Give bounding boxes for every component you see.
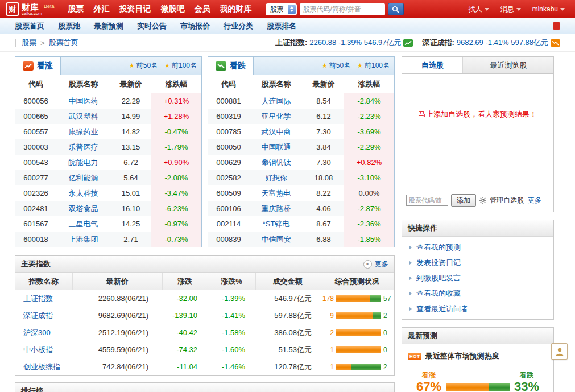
topnav-item[interactable]: 会员 — [195, 4, 210, 14]
stock-name-link[interactable]: 武汉中商 — [249, 124, 303, 139]
stock-price: 6.12 — [303, 109, 344, 124]
search-input[interactable] — [300, 3, 385, 15]
stock-name-link[interactable]: 武汉塑料 — [56, 109, 110, 124]
sh-index-ticker[interactable]: 上证指数: 2260.88 -1.39% 546.97亿元 — [275, 38, 413, 48]
subnav-item[interactable]: 实时公告 — [137, 21, 167, 31]
stock-name-link[interactable]: 亿利能源 — [56, 170, 110, 185]
subnav-item[interactable]: 股票池 — [58, 21, 80, 31]
gear-icon — [479, 196, 487, 204]
bearish-top50-link[interactable]: ★前50名 — [322, 61, 350, 71]
stock-name-link[interactable]: 亚星化学 — [249, 109, 303, 124]
major-indices-header: 主要指数 ▸ 更多 — [15, 256, 394, 273]
quick-action-item[interactable]: 查看最近访问者 — [409, 301, 547, 316]
breadcrumb-current[interactable]: 股票首页 — [49, 38, 78, 48]
index-row: 深证成指9682.69(06/21)-139.10-1.41%597.88亿元9… — [15, 307, 394, 324]
subnav-item[interactable]: 行业分类 — [224, 21, 253, 31]
index-name-link[interactable]: 中小板指 — [15, 341, 72, 358]
stock-name-link[interactable]: 乐普医疗 — [56, 139, 110, 155]
topnav-item[interactable]: 外汇 — [94, 4, 110, 14]
stock-name-link[interactable]: 永太科技 — [56, 185, 110, 201]
column-header: 代码 — [208, 75, 249, 93]
breadcrumb-section[interactable]: 股票 — [22, 38, 36, 48]
bull-count: 2 — [320, 329, 334, 337]
topnav-item[interactable]: 投资日记 — [119, 4, 151, 14]
hot-icon: HOT — [408, 353, 421, 360]
table-header-row: 代码股票名称最新价涨跌幅 — [208, 75, 394, 93]
stock-price: 14.99 — [110, 109, 151, 124]
breadcrumb-separator: > — [40, 39, 45, 47]
watchlist-more-link[interactable]: 更多 — [528, 196, 541, 205]
add-stock-input[interactable] — [406, 195, 448, 206]
bullish-top50-link[interactable]: ★前50名 — [129, 61, 158, 71]
stock-code: 600018 — [15, 232, 56, 247]
index-name-link[interactable]: 深证成指 — [15, 307, 72, 324]
stock-name-link[interactable]: 上港集团 — [56, 232, 110, 247]
search-button[interactable] — [388, 3, 404, 15]
stock-name-link[interactable]: 攀钢钒钛 — [249, 155, 303, 170]
topnav-item[interactable]: 股票 — [68, 4, 84, 14]
stock-name-link[interactable]: 双塔食品 — [56, 201, 110, 216]
stock-code: 000665 — [15, 109, 56, 124]
index-name-link[interactable]: 上证指数 — [15, 290, 72, 307]
bull-count: 1 — [320, 346, 334, 354]
stock-name-link[interactable]: 皖能电力 — [56, 155, 110, 170]
search-category-select[interactable]: 股票 — [266, 3, 297, 15]
tab-bullish[interactable]: 看涨 — [15, 57, 61, 75]
index-name-link[interactable]: 沪深300 — [15, 324, 72, 341]
subnav-item[interactable]: 股票排名 — [267, 21, 296, 31]
stock-row: 600277亿利能源5.64-2.08% — [15, 170, 201, 185]
quick-action-item[interactable]: 查看我的收藏 — [409, 286, 547, 301]
column-header: 最新价 — [110, 75, 151, 93]
stock-name-link[interactable]: 中信国安 — [249, 232, 303, 247]
column-header: 综合预测状况 — [320, 273, 394, 290]
stock-change: -6.23% — [151, 201, 201, 216]
floating-feedback-button[interactable] — [551, 343, 568, 360]
bull-bar-segment — [336, 312, 373, 319]
stock-change: -2.36% — [344, 216, 394, 232]
messages-menu[interactable]: 消息 — [500, 5, 521, 14]
sz-index-ticker[interactable]: 深证成指: 9682.69 -1.41% 597.88亿元 — [422, 38, 560, 48]
stock-name-link[interactable]: 天富热电 — [249, 185, 303, 201]
stock-name-link[interactable]: 中国联通 — [249, 139, 303, 155]
minkabu-menu[interactable]: minkabu — [532, 5, 565, 13]
stock-name-link[interactable]: 好想你 — [249, 170, 303, 185]
stock-name-link[interactable]: 康缘药业 — [56, 124, 110, 139]
subnav-item[interactable]: 股票首页 — [15, 21, 44, 31]
topnav-item[interactable]: 我的财库 — [220, 4, 252, 14]
topnav-item[interactable]: 微股吧 — [161, 4, 185, 14]
prediction-bar-group: 10 — [320, 346, 394, 354]
index-change: -11.04 — [162, 358, 208, 376]
stock-change: -0.47% — [151, 124, 201, 139]
arrow-bullet-icon — [409, 307, 412, 311]
stock-name-link[interactable]: 大连国际 — [249, 93, 303, 109]
index-volume: 51.53亿元 — [255, 341, 320, 358]
tab-recently-viewed[interactable]: 最近浏览股 — [462, 57, 553, 73]
index-change-pct: -1.46% — [208, 358, 255, 376]
stock-name-link[interactable]: 中国医药 — [56, 93, 110, 109]
search-category-value: 股票 — [270, 5, 284, 14]
bearish-top100-link[interactable]: ★前100名 — [357, 61, 390, 71]
subnav-item[interactable]: 市场报价 — [180, 21, 210, 31]
find-people-menu[interactable]: 找人 — [469, 5, 489, 14]
quick-action-item[interactable]: 查看我的预测 — [409, 240, 547, 255]
bearish-panel-tabs: 看跌 ★前50名 ★前100名 — [208, 57, 394, 75]
quick-action-item[interactable]: 到微股吧发言 — [409, 270, 547, 286]
stock-name-link[interactable]: *ST锌电 — [249, 216, 303, 232]
tab-bearish[interactable]: 看跌 — [208, 57, 254, 75]
bearish-panel: 看跌 ★前50名 ★前100名 代码股票名称最新价涨跌幅 000881大连国际8… — [208, 56, 395, 247]
stock-price: 18.08 — [303, 170, 344, 185]
watchlist-actions: 添加 管理自选股 更多 — [406, 194, 549, 207]
subnav-item[interactable]: 最新预测 — [94, 21, 123, 31]
stock-name-link[interactable]: 三星电气 — [56, 216, 110, 232]
index-name-link[interactable]: 创业板综指 — [15, 358, 72, 376]
site-logo[interactable]: 财 财库 caiku.com Beta — [6, 2, 55, 16]
add-stock-button[interactable]: 添加 — [451, 194, 476, 207]
table-header-row: 代码股票名称最新价涨跌幅 — [15, 75, 201, 93]
manage-watchlist-link[interactable]: 管理自选股 — [490, 196, 524, 205]
bullish-top100-link[interactable]: ★前100名 — [164, 61, 197, 71]
stock-name-link[interactable]: 重庆路桥 — [249, 201, 303, 216]
subnav-corner-icon[interactable] — [553, 22, 560, 30]
indices-more-link[interactable]: ▸ 更多 — [363, 259, 388, 269]
tab-watchlist[interactable]: 自选股 — [402, 57, 462, 73]
quick-action-item[interactable]: 发表投资日记 — [409, 255, 547, 270]
